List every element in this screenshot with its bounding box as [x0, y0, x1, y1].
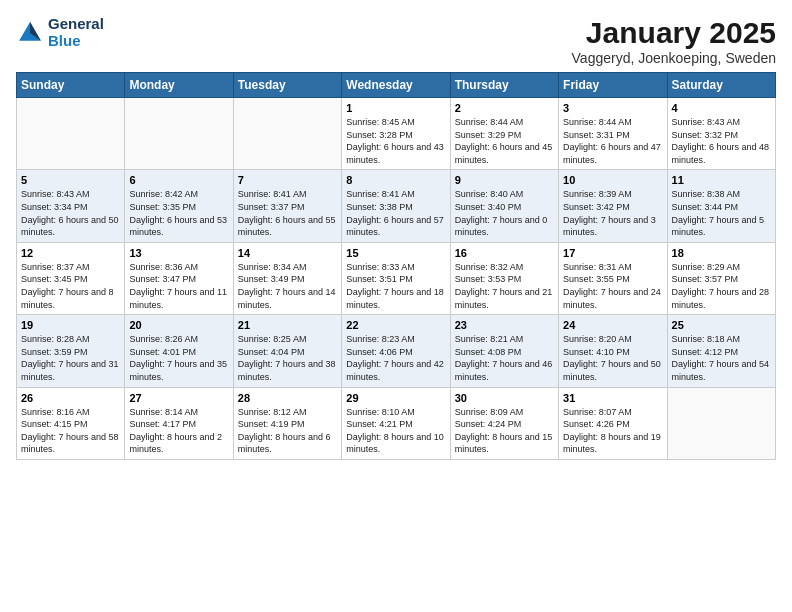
week-row-5: 26Sunrise: 8:16 AM Sunset: 4:15 PM Dayli…	[17, 387, 776, 459]
logo: General Blue	[16, 16, 104, 49]
day-info: Sunrise: 8:36 AM Sunset: 3:47 PM Dayligh…	[129, 261, 228, 311]
day-info: Sunrise: 8:20 AM Sunset: 4:10 PM Dayligh…	[563, 333, 662, 383]
day-number: 16	[455, 247, 554, 259]
calendar-cell: 5Sunrise: 8:43 AM Sunset: 3:34 PM Daylig…	[17, 170, 125, 242]
day-number: 7	[238, 174, 337, 186]
day-info: Sunrise: 8:42 AM Sunset: 3:35 PM Dayligh…	[129, 188, 228, 238]
calendar-cell: 29Sunrise: 8:10 AM Sunset: 4:21 PM Dayli…	[342, 387, 450, 459]
calendar-cell	[667, 387, 775, 459]
day-info: Sunrise: 8:14 AM Sunset: 4:17 PM Dayligh…	[129, 406, 228, 456]
day-number: 29	[346, 392, 445, 404]
day-info: Sunrise: 8:33 AM Sunset: 3:51 PM Dayligh…	[346, 261, 445, 311]
day-number: 4	[672, 102, 771, 114]
day-info: Sunrise: 8:43 AM Sunset: 3:34 PM Dayligh…	[21, 188, 120, 238]
day-number: 18	[672, 247, 771, 259]
day-number: 10	[563, 174, 662, 186]
calendar-cell: 27Sunrise: 8:14 AM Sunset: 4:17 PM Dayli…	[125, 387, 233, 459]
calendar-title: January 2025	[572, 16, 776, 50]
day-info: Sunrise: 8:07 AM Sunset: 4:26 PM Dayligh…	[563, 406, 662, 456]
calendar-cell: 11Sunrise: 8:38 AM Sunset: 3:44 PM Dayli…	[667, 170, 775, 242]
calendar-cell: 20Sunrise: 8:26 AM Sunset: 4:01 PM Dayli…	[125, 315, 233, 387]
calendar-cell: 6Sunrise: 8:42 AM Sunset: 3:35 PM Daylig…	[125, 170, 233, 242]
calendar-subtitle: Vaggeryd, Joenkoeping, Sweden	[572, 50, 776, 66]
day-number: 3	[563, 102, 662, 114]
day-info: Sunrise: 8:26 AM Sunset: 4:01 PM Dayligh…	[129, 333, 228, 383]
day-number: 19	[21, 319, 120, 331]
day-number: 6	[129, 174, 228, 186]
day-info: Sunrise: 8:34 AM Sunset: 3:49 PM Dayligh…	[238, 261, 337, 311]
day-info: Sunrise: 8:43 AM Sunset: 3:32 PM Dayligh…	[672, 116, 771, 166]
day-number: 27	[129, 392, 228, 404]
calendar-cell: 21Sunrise: 8:25 AM Sunset: 4:04 PM Dayli…	[233, 315, 341, 387]
day-info: Sunrise: 8:31 AM Sunset: 3:55 PM Dayligh…	[563, 261, 662, 311]
calendar-cell: 4Sunrise: 8:43 AM Sunset: 3:32 PM Daylig…	[667, 98, 775, 170]
calendar-cell: 19Sunrise: 8:28 AM Sunset: 3:59 PM Dayli…	[17, 315, 125, 387]
calendar-cell: 23Sunrise: 8:21 AM Sunset: 4:08 PM Dayli…	[450, 315, 558, 387]
weekday-header-friday: Friday	[559, 73, 667, 98]
weekday-header-thursday: Thursday	[450, 73, 558, 98]
day-number: 17	[563, 247, 662, 259]
day-number: 23	[455, 319, 554, 331]
day-number: 8	[346, 174, 445, 186]
weekday-header-row: SundayMondayTuesdayWednesdayThursdayFrid…	[17, 73, 776, 98]
calendar-cell: 26Sunrise: 8:16 AM Sunset: 4:15 PM Dayli…	[17, 387, 125, 459]
calendar-cell	[233, 98, 341, 170]
week-row-1: 1Sunrise: 8:45 AM Sunset: 3:28 PM Daylig…	[17, 98, 776, 170]
day-number: 1	[346, 102, 445, 114]
calendar-cell: 12Sunrise: 8:37 AM Sunset: 3:45 PM Dayli…	[17, 242, 125, 314]
day-info: Sunrise: 8:10 AM Sunset: 4:21 PM Dayligh…	[346, 406, 445, 456]
week-row-2: 5Sunrise: 8:43 AM Sunset: 3:34 PM Daylig…	[17, 170, 776, 242]
logo-blue-text: Blue	[48, 33, 104, 50]
calendar-cell: 14Sunrise: 8:34 AM Sunset: 3:49 PM Dayli…	[233, 242, 341, 314]
calendar-cell: 2Sunrise: 8:44 AM Sunset: 3:29 PM Daylig…	[450, 98, 558, 170]
day-info: Sunrise: 8:21 AM Sunset: 4:08 PM Dayligh…	[455, 333, 554, 383]
day-info: Sunrise: 8:16 AM Sunset: 4:15 PM Dayligh…	[21, 406, 120, 456]
day-number: 2	[455, 102, 554, 114]
day-number: 5	[21, 174, 120, 186]
day-number: 12	[21, 247, 120, 259]
day-info: Sunrise: 8:39 AM Sunset: 3:42 PM Dayligh…	[563, 188, 662, 238]
day-number: 14	[238, 247, 337, 259]
day-info: Sunrise: 8:45 AM Sunset: 3:28 PM Dayligh…	[346, 116, 445, 166]
calendar-cell: 25Sunrise: 8:18 AM Sunset: 4:12 PM Dayli…	[667, 315, 775, 387]
calendar-cell	[17, 98, 125, 170]
day-number: 28	[238, 392, 337, 404]
header: General Blue January 2025 Vaggeryd, Joen…	[16, 16, 776, 66]
day-number: 13	[129, 247, 228, 259]
calendar-cell: 18Sunrise: 8:29 AM Sunset: 3:57 PM Dayli…	[667, 242, 775, 314]
calendar-cell: 31Sunrise: 8:07 AM Sunset: 4:26 PM Dayli…	[559, 387, 667, 459]
calendar-cell: 7Sunrise: 8:41 AM Sunset: 3:37 PM Daylig…	[233, 170, 341, 242]
day-info: Sunrise: 8:32 AM Sunset: 3:53 PM Dayligh…	[455, 261, 554, 311]
week-row-3: 12Sunrise: 8:37 AM Sunset: 3:45 PM Dayli…	[17, 242, 776, 314]
day-info: Sunrise: 8:23 AM Sunset: 4:06 PM Dayligh…	[346, 333, 445, 383]
calendar-cell: 28Sunrise: 8:12 AM Sunset: 4:19 PM Dayli…	[233, 387, 341, 459]
logo-general-text: General	[48, 16, 104, 33]
day-number: 30	[455, 392, 554, 404]
day-number: 11	[672, 174, 771, 186]
day-info: Sunrise: 8:41 AM Sunset: 3:38 PM Dayligh…	[346, 188, 445, 238]
day-number: 22	[346, 319, 445, 331]
calendar-cell: 22Sunrise: 8:23 AM Sunset: 4:06 PM Dayli…	[342, 315, 450, 387]
calendar-cell: 15Sunrise: 8:33 AM Sunset: 3:51 PM Dayli…	[342, 242, 450, 314]
day-info: Sunrise: 8:29 AM Sunset: 3:57 PM Dayligh…	[672, 261, 771, 311]
calendar-table: SundayMondayTuesdayWednesdayThursdayFrid…	[16, 72, 776, 460]
calendar-cell: 3Sunrise: 8:44 AM Sunset: 3:31 PM Daylig…	[559, 98, 667, 170]
day-number: 24	[563, 319, 662, 331]
logo-text: General Blue	[48, 16, 104, 49]
weekday-header-tuesday: Tuesday	[233, 73, 341, 98]
day-info: Sunrise: 8:28 AM Sunset: 3:59 PM Dayligh…	[21, 333, 120, 383]
weekday-header-saturday: Saturday	[667, 73, 775, 98]
calendar-cell: 16Sunrise: 8:32 AM Sunset: 3:53 PM Dayli…	[450, 242, 558, 314]
day-info: Sunrise: 8:40 AM Sunset: 3:40 PM Dayligh…	[455, 188, 554, 238]
day-number: 9	[455, 174, 554, 186]
weekday-header-sunday: Sunday	[17, 73, 125, 98]
calendar-cell	[125, 98, 233, 170]
day-number: 21	[238, 319, 337, 331]
calendar-cell: 13Sunrise: 8:36 AM Sunset: 3:47 PM Dayli…	[125, 242, 233, 314]
day-info: Sunrise: 8:18 AM Sunset: 4:12 PM Dayligh…	[672, 333, 771, 383]
day-number: 31	[563, 392, 662, 404]
day-number: 26	[21, 392, 120, 404]
day-info: Sunrise: 8:44 AM Sunset: 3:29 PM Dayligh…	[455, 116, 554, 166]
day-number: 25	[672, 319, 771, 331]
day-info: Sunrise: 8:37 AM Sunset: 3:45 PM Dayligh…	[21, 261, 120, 311]
